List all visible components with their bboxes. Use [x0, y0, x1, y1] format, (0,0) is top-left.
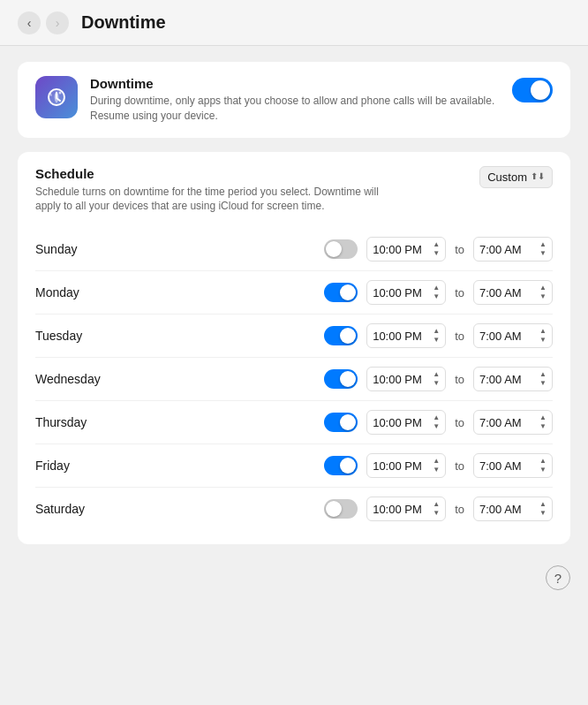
back-button[interactable]: ‹ — [18, 11, 41, 34]
day-label: Saturday — [35, 502, 141, 516]
day-label: Thursday — [35, 415, 141, 429]
to-time-up[interactable]: ▲ — [539, 240, 547, 249]
day-controls: 10:00 PM ▲ ▼ to 7:00 AM ▲ ▼ — [324, 237, 553, 262]
day-toggle-monday[interactable] — [324, 283, 358, 302]
mode-label: Custom — [487, 171, 527, 184]
from-time-up[interactable]: ▲ — [433, 413, 440, 422]
day-label: Friday — [35, 459, 141, 473]
to-time-friday[interactable]: 7:00 AM ▲ ▼ — [473, 453, 553, 478]
day-row: Tuesday 10:00 PM ▲ ▼ to 7:00 AM — [35, 314, 553, 357]
day-toggle-friday[interactable] — [324, 456, 358, 475]
day-controls: 10:00 PM ▲ ▼ to 7:00 AM ▲ ▼ — [324, 410, 553, 435]
to-label: to — [455, 416, 464, 429]
downtime-toggle[interactable] — [512, 78, 553, 102]
help-button[interactable]: ? — [546, 565, 570, 590]
from-time-wednesday[interactable]: 10:00 PM ▲ ▼ — [366, 367, 446, 391]
to-time-wednesday[interactable]: 7:00 AM ▲ ▼ — [473, 367, 553, 391]
from-time-down[interactable]: ▼ — [433, 336, 440, 345]
from-time-up[interactable]: ▲ — [433, 500, 440, 509]
day-toggle-wednesday[interactable] — [324, 369, 358, 389]
to-label: to — [455, 503, 464, 516]
from-time-up[interactable]: ▲ — [433, 457, 440, 466]
from-time-up[interactable]: ▲ — [433, 240, 440, 249]
day-label: Monday — [35, 285, 141, 299]
day-toggle-thursday[interactable] — [324, 413, 358, 432]
downtime-card: Downtime During downtime, only apps that… — [18, 62, 570, 138]
from-time-down[interactable]: ▼ — [433, 379, 440, 388]
from-time-friday[interactable]: 10:00 PM ▲ ▼ — [366, 453, 446, 478]
day-controls: 10:00 PM ▲ ▼ to 7:00 AM ▲ ▼ — [324, 497, 553, 521]
to-label: to — [455, 459, 464, 473]
to-time-sunday[interactable]: 7:00 AM ▲ ▼ — [473, 237, 553, 262]
day-controls: 10:00 PM ▲ ▼ to 7:00 AM ▲ ▼ — [324, 280, 553, 305]
day-row: Sunday 10:00 PM ▲ ▼ to 7:00 AM — [35, 228, 553, 270]
main-content: Downtime During downtime, only apps that… — [0, 46, 588, 705]
day-row: Saturday 10:00 PM ▲ ▼ to 7:00 AM — [35, 487, 553, 530]
to-label: to — [455, 286, 464, 299]
to-time-down[interactable]: ▼ — [539, 466, 547, 474]
header: ‹ › Downtime — [0, 0, 588, 46]
downtime-title: Downtime — [90, 76, 500, 91]
to-time-tuesday[interactable]: 7:00 AM ▲ ▼ — [473, 323, 553, 348]
from-time-tuesday[interactable]: 10:00 PM ▲ ▼ — [366, 323, 446, 348]
from-time-sunday[interactable]: 10:00 PM ▲ ▼ — [366, 237, 446, 262]
day-label: Tuesday — [35, 329, 141, 343]
from-time-down[interactable]: ▼ — [433, 466, 440, 474]
day-controls: 10:00 PM ▲ ▼ to 7:00 AM ▲ ▼ — [324, 367, 553, 391]
moon-icon — [43, 84, 70, 110]
to-time-up[interactable]: ▲ — [539, 413, 547, 422]
to-time-up[interactable]: ▲ — [539, 457, 547, 466]
from-time-saturday[interactable]: 10:00 PM ▲ ▼ — [366, 497, 446, 521]
schedule-card: Schedule Schedule turns on downtime for … — [18, 152, 570, 545]
page-title: Downtime — [81, 12, 166, 33]
day-controls: 10:00 PM ▲ ▼ to 7:00 AM ▲ ▼ — [324, 453, 553, 478]
day-toggle-tuesday[interactable] — [324, 326, 358, 345]
to-time-saturday[interactable]: 7:00 AM ▲ ▼ — [473, 497, 553, 521]
to-time-up[interactable]: ▲ — [539, 327, 547, 336]
to-label: to — [455, 243, 464, 256]
nav-buttons: ‹ › — [18, 11, 69, 34]
from-time-down[interactable]: ▼ — [433, 292, 440, 301]
day-label: Wednesday — [35, 372, 141, 386]
day-row: Monday 10:00 PM ▲ ▼ to 7:00 AM — [35, 270, 553, 314]
from-time-thursday[interactable]: 10:00 PM ▲ ▼ — [366, 410, 446, 435]
to-time-down[interactable]: ▼ — [539, 336, 547, 345]
day-controls: 10:00 PM ▲ ▼ to 7:00 AM ▲ ▼ — [324, 323, 553, 348]
downtime-description: During downtime, only apps that you choo… — [90, 94, 500, 124]
day-row: Friday 10:00 PM ▲ ▼ to 7:00 AM — [35, 443, 553, 487]
to-time-up[interactable]: ▲ — [539, 284, 547, 292]
day-rows: Sunday 10:00 PM ▲ ▼ to 7:00 AM — [35, 228, 553, 530]
from-time-up[interactable]: ▲ — [433, 284, 440, 292]
day-toggle-sunday[interactable] — [324, 239, 358, 259]
day-toggle-saturday[interactable] — [324, 499, 358, 519]
schedule-title: Schedule — [35, 166, 388, 181]
to-time-down[interactable]: ▼ — [539, 379, 547, 388]
to-time-up[interactable]: ▲ — [539, 370, 547, 379]
day-label: Sunday — [35, 242, 141, 256]
to-time-down[interactable]: ▼ — [539, 249, 547, 258]
from-time-down[interactable]: ▼ — [433, 509, 440, 518]
from-time-up[interactable]: ▲ — [433, 327, 440, 336]
mode-selector[interactable]: Custom ⬆︎⬇︎ — [479, 166, 553, 188]
from-time-down[interactable]: ▼ — [433, 249, 440, 258]
downtime-text: Downtime During downtime, only apps that… — [90, 76, 500, 124]
to-time-monday[interactable]: 7:00 AM ▲ ▼ — [473, 280, 553, 305]
to-time-up[interactable]: ▲ — [539, 500, 547, 509]
chevron-updown-icon: ⬆︎⬇︎ — [531, 172, 545, 181]
schedule-description: Schedule turns on downtime for the time … — [35, 185, 388, 215]
day-row: Thursday 10:00 PM ▲ ▼ to 7:00 AM — [35, 400, 553, 443]
downtime-icon — [35, 76, 78, 118]
to-time-down[interactable]: ▼ — [539, 292, 547, 301]
to-label: to — [455, 330, 464, 343]
from-time-down[interactable]: ▼ — [433, 422, 440, 431]
day-row: Wednesday 10:00 PM ▲ ▼ to 7:00 AM — [35, 357, 553, 400]
to-time-thursday[interactable]: 7:00 AM ▲ ▼ — [473, 410, 553, 435]
schedule-title-block: Schedule Schedule turns on downtime for … — [35, 166, 388, 215]
to-time-down[interactable]: ▼ — [539, 422, 547, 431]
to-time-down[interactable]: ▼ — [539, 509, 547, 518]
from-time-up[interactable]: ▲ — [433, 370, 440, 379]
forward-button[interactable]: › — [46, 11, 69, 34]
help-row: ? — [18, 558, 570, 594]
to-label: to — [455, 373, 464, 386]
from-time-monday[interactable]: 10:00 PM ▲ ▼ — [366, 280, 446, 305]
